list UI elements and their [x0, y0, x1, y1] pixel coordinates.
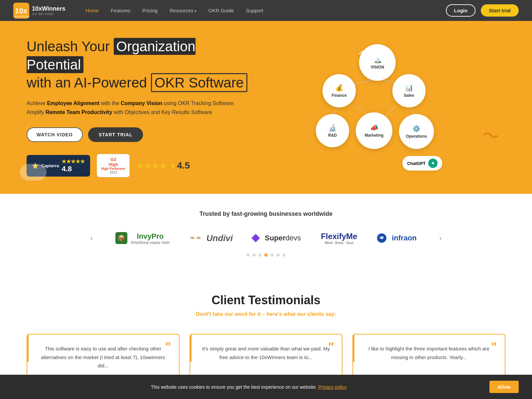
- carousel-dot-1[interactable]: [246, 253, 250, 257]
- diagram-operations[interactable]: ⚙️ Operations: [399, 114, 434, 149]
- hero-title: Unleash Your Organization Potential with…: [27, 38, 253, 92]
- flexifyme-tagline: Mind · Body · Soul: [321, 241, 357, 245]
- nav-actions: Login Start trial: [446, 4, 519, 17]
- diagram-finance[interactable]: 💰 Finance: [323, 74, 356, 107]
- undivi-dots-icon: ❧ ❧: [190, 234, 201, 242]
- carousel-dots: [27, 253, 505, 257]
- diagram-vision[interactable]: 🏔️ VISION: [359, 44, 396, 81]
- brand-name: 10xWinners: [32, 5, 66, 12]
- sales-label: Sales: [404, 93, 414, 98]
- flexifyme-name: FlexifyMe: [321, 232, 357, 241]
- okr-diagram: 🏔️ VISION 💰 Finance 📊 Sales 🔬 R&D 📣: [316, 41, 442, 174]
- testimonials-title: Client Testimonials: [27, 293, 505, 307]
- diagram-rd[interactable]: 🔬 R&D: [316, 114, 349, 147]
- nav-resources[interactable]: Resources: [170, 8, 197, 13]
- start-trial-nav-button[interactable]: Start trial: [481, 4, 519, 17]
- trusted-logos: ‹ 📦 InvyPro Simplifying supply chain ❧ ❧…: [27, 231, 505, 245]
- brand-tagline: GO BEYOND!: [32, 12, 66, 16]
- logo-icon: 10x GO BEYOND!: [13, 3, 29, 19]
- svg-text:GO BEYOND!: GO BEYOND!: [14, 15, 29, 18]
- logo-infraon: 👁 infraon: [377, 233, 417, 243]
- g2-performer-label: High Performer: [101, 167, 125, 171]
- hero-title-highlight2: OKR Software: [151, 73, 247, 92]
- hero-title-part1: Unleash Your: [27, 39, 110, 54]
- carousel-dot-7[interactable]: [282, 253, 286, 257]
- capterra-score: 4.8: [62, 165, 85, 173]
- hero-badges: Capterra ★★★★★ 4.8 G2 High High Performe…: [27, 154, 253, 177]
- superdevs-diamond-icon: [252, 234, 260, 242]
- trusted-title: Trusted by fast-growing businesses world…: [27, 210, 505, 217]
- chatgpt-icon: ✦: [428, 159, 438, 168]
- g2-year: 2023: [110, 171, 117, 174]
- infraon-name: infraon: [392, 234, 417, 242]
- hero-title-part2: with an AI-Powered: [27, 75, 147, 90]
- login-button[interactable]: Login: [446, 4, 475, 17]
- hero-description: Achieve Employee Alignment with the Comp…: [27, 99, 253, 117]
- vision-icon: 🏔️: [373, 56, 382, 64]
- cookie-banner: This website uses cookies to ensure you …: [0, 375, 532, 399]
- carousel-dot-4[interactable]: [264, 253, 268, 257]
- testimonial-card-1: " This software is easy to use and after…: [27, 334, 180, 381]
- watch-video-button[interactable]: WATCH VIDEO: [27, 127, 83, 142]
- review-stars: ★★★★★: [136, 161, 174, 171]
- carousel-next-button[interactable]: ›: [437, 231, 445, 245]
- cookie-message: This website uses cookies to ensure you …: [13, 384, 484, 390]
- testimonial-card-3: " I like to highlight the three importan…: [352, 334, 505, 381]
- squiggle-decoration: 〜: [480, 124, 501, 149]
- carousel-dot-3[interactable]: [258, 253, 262, 257]
- nav-support[interactable]: Support: [246, 8, 263, 13]
- allow-cookies-button[interactable]: Allow: [489, 381, 519, 393]
- sales-icon: 📊: [405, 84, 413, 92]
- privacy-policy-link[interactable]: Privacy policy: [318, 384, 347, 390]
- testimonials-subtitle: Dont't take our word for it – here's wha…: [27, 311, 505, 317]
- finance-icon: 💰: [335, 84, 343, 92]
- infraon-icon: 👁: [377, 233, 386, 243]
- chatgpt-badge: ChatGPT ✦: [402, 156, 442, 171]
- quote-icon-2: ": [328, 341, 334, 353]
- nav-home[interactable]: Home: [85, 8, 99, 13]
- invypro-tagline: Simplifying supply chain: [131, 241, 170, 244]
- hero-content: Unleash Your Organization Potential with…: [27, 38, 253, 177]
- testimonial-cards: " This software is easy to use and after…: [27, 334, 505, 381]
- logo[interactable]: 10x GO BEYOND! 10xWinners GO BEYOND!: [13, 3, 66, 19]
- g2-g-label: G2: [110, 157, 116, 162]
- logo-superdevs: Superdevs: [253, 234, 301, 242]
- logo-flexifyme: FlexifyMe Mind · Body · Soul: [321, 232, 357, 245]
- operations-icon: ⚙️: [412, 125, 421, 133]
- marketing-icon: 📣: [370, 124, 378, 132]
- nav-pricing[interactable]: Pricing: [142, 8, 158, 13]
- carousel-dot-5[interactable]: [270, 253, 274, 257]
- quote-icon-3: ": [491, 341, 497, 353]
- review-rating: ★★★★★ 4.5: [136, 160, 190, 171]
- carousel-dot-6[interactable]: [276, 253, 280, 257]
- navbar: 10x GO BEYOND! 10xWinners GO BEYOND! Hom…: [0, 0, 532, 21]
- nav-features[interactable]: Features: [111, 8, 130, 13]
- capterra-stars: ★★★★★: [62, 158, 85, 165]
- testimonial-text-2: It's simply great and more valuable than…: [200, 344, 332, 361]
- svg-text:10x: 10x: [15, 7, 27, 15]
- nav-okr-guide[interactable]: OKR Guide: [208, 8, 234, 13]
- chatgpt-label: ChatGPT: [407, 161, 426, 166]
- g2-badge: G2 High High Performer 2023: [97, 154, 130, 177]
- g2-high-label: High: [108, 162, 118, 167]
- invypro-icon: 📦: [115, 232, 127, 244]
- rd-label: R&D: [328, 133, 337, 138]
- operations-label: Operations: [406, 134, 427, 139]
- vision-label: VISION: [371, 65, 384, 69]
- rd-icon: 🔬: [329, 124, 337, 132]
- diagram-sales[interactable]: 📊 Sales: [392, 74, 426, 107]
- start-trial-hero-button[interactable]: START TRIAL: [88, 127, 143, 142]
- cloud-decoration: [20, 164, 47, 181]
- carousel-dot-2[interactable]: [252, 253, 256, 257]
- testimonial-text-1: This software is easy to use and after c…: [37, 344, 170, 370]
- quote-icon-1: ": [165, 341, 171, 353]
- review-score: 4.5: [177, 160, 190, 171]
- hero-buttons: WATCH VIDEO START TRIAL: [27, 127, 253, 142]
- carousel-prev-button[interactable]: ‹: [87, 231, 95, 245]
- diagram-marketing[interactable]: 📣 Marketing: [356, 112, 392, 149]
- testimonial-card-2: " It's simply great and more valuable th…: [190, 334, 342, 381]
- trusted-section: Trusted by fast-growing businesses world…: [0, 194, 532, 273]
- undivi-name: Undivi: [206, 233, 233, 243]
- invypro-name: InvyPro: [131, 232, 170, 241]
- nav-links: Home Features Pricing Resources OKR Guid…: [85, 8, 446, 13]
